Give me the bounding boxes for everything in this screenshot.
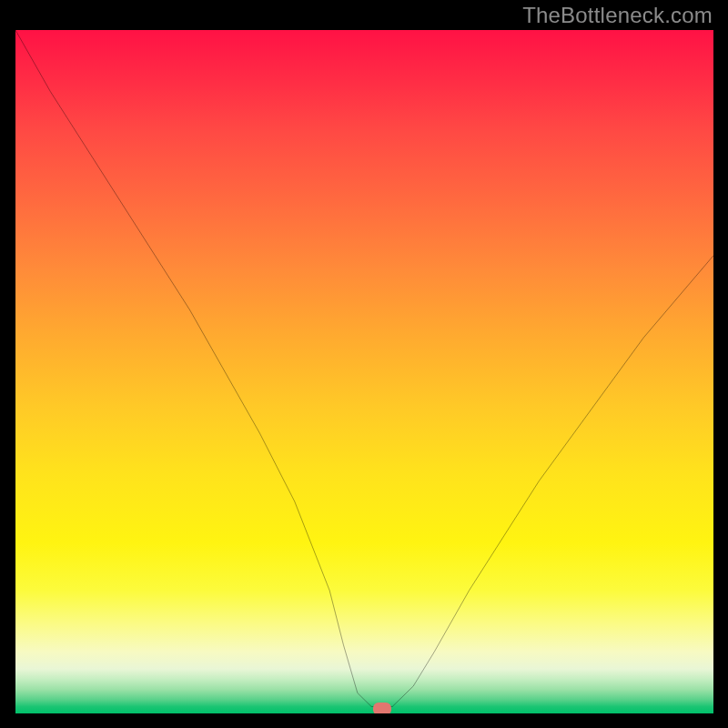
optimum-marker xyxy=(373,703,391,713)
bottleneck-curve-path xyxy=(15,30,713,706)
chart-svg xyxy=(15,30,713,713)
watermark-text: TheBottleneck.com xyxy=(522,3,713,28)
chart-plot-area xyxy=(15,30,713,713)
chart-frame: TheBottleneck.com xyxy=(0,0,728,728)
